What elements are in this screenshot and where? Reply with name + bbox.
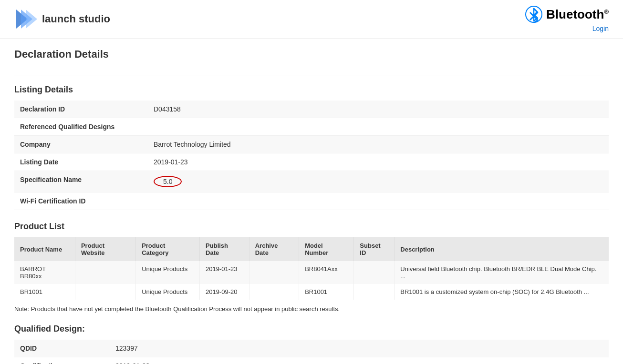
field-value: D043158 xyxy=(148,101,609,118)
field-value xyxy=(148,118,609,136)
publish-date: 2019-01-23 xyxy=(200,261,249,284)
page-title: Declaration Details xyxy=(14,48,609,65)
product-list-section: Product List Product Name Product Websit… xyxy=(14,222,609,313)
model-number: BR8041Axx xyxy=(299,261,354,284)
col-archive-date: Archive Date xyxy=(249,237,299,261)
qualified-table: QDID 123397 QualificationAssessmentDate … xyxy=(14,340,609,364)
field-value: 2019-01-23 xyxy=(148,153,609,171)
model-number: BR1001 xyxy=(299,284,354,300)
field-value: 123397 xyxy=(110,340,609,357)
table-row: Wi-Fi Certification ID xyxy=(14,192,609,210)
publish-date: 2019-09-20 xyxy=(200,284,249,300)
field-value xyxy=(148,192,609,210)
field-label: Specification Name xyxy=(14,171,148,192)
logo-area: launch studio xyxy=(14,8,110,30)
product-name: BARROT BR80xx xyxy=(14,261,75,284)
product-table: Product Name Product Website Product Cat… xyxy=(14,237,609,300)
product-website xyxy=(75,261,135,284)
product-list-note: Note: Products that have not yet complet… xyxy=(14,305,609,313)
header: launch studio Bluetooth® Login xyxy=(0,0,623,39)
listing-details-section: Listing Details Declaration ID D043158 R… xyxy=(14,85,609,210)
product-list-title: Product List xyxy=(14,222,609,232)
launch-studio-icon xyxy=(14,8,37,30)
login-button[interactable]: Login xyxy=(592,25,609,32)
field-value: 2019-01-23 xyxy=(110,357,609,364)
listing-details-title: Listing Details xyxy=(14,85,609,95)
table-row: QualificationAssessmentDate 2019-01-23 xyxy=(14,357,609,364)
product-website xyxy=(75,284,135,300)
table-header-row: Product Name Product Website Product Cat… xyxy=(14,237,609,261)
col-product-category: Product Category xyxy=(136,237,200,261)
logo-text: launch studio xyxy=(42,13,110,25)
col-publish-date: Publish Date xyxy=(200,237,249,261)
field-label: Wi-Fi Certification ID xyxy=(14,192,148,210)
field-label: QualificationAssessmentDate xyxy=(14,357,110,364)
svg-marker-2 xyxy=(26,10,37,29)
field-label: Declaration ID xyxy=(14,101,148,118)
col-model-number: Model Number xyxy=(299,237,354,261)
table-row: Referenced Qualified Designs xyxy=(14,118,609,136)
product-category: Unique Products xyxy=(136,284,200,300)
table-row: Company Barrot Technology Limited xyxy=(14,136,609,153)
listing-details-table: Declaration ID D043158 Referenced Qualif… xyxy=(14,101,609,210)
col-product-website: Product Website xyxy=(75,237,135,261)
main-content: Declaration Details Listing Details Decl… xyxy=(0,39,623,364)
description: BR1001 is a customized system on-chip (S… xyxy=(395,284,609,300)
field-label: Company xyxy=(14,136,148,153)
table-row: BARROT BR80xx Unique Products 2019-01-23… xyxy=(14,261,609,284)
field-label: Listing Date xyxy=(14,153,148,171)
table-row: QDID 123397 xyxy=(14,340,609,357)
description: Universal field Bluetooth chip. Bluetoot… xyxy=(395,261,609,284)
divider xyxy=(14,75,609,75)
field-value-spec: 5.0 xyxy=(148,171,609,192)
bluetooth-text: Bluetooth® xyxy=(546,7,609,22)
field-label: QDID xyxy=(14,340,110,357)
qualified-design-section: Qualified Design: QDID 123397 Qualificat… xyxy=(14,324,609,364)
archive-date xyxy=(249,261,299,284)
bluetooth-icon xyxy=(525,6,542,23)
spec-oval-highlight: 5.0 xyxy=(154,176,182,187)
subset-id xyxy=(354,261,395,284)
product-category: Unique Products xyxy=(136,261,200,284)
bluetooth-logo: Bluetooth® xyxy=(525,6,609,23)
table-row: Listing Date 2019-01-23 xyxy=(14,153,609,171)
field-value: Barrot Technology Limited xyxy=(148,136,609,153)
table-row: BR1001 Unique Products 2019-09-20 BR1001… xyxy=(14,284,609,300)
nav-area: Bluetooth® Login xyxy=(525,6,609,32)
field-label: Referenced Qualified Designs xyxy=(14,118,148,136)
col-subset-id: Subset ID xyxy=(354,237,395,261)
qualified-design-title: Qualified Design: xyxy=(14,324,609,334)
col-product-name: Product Name xyxy=(14,237,75,261)
subset-id xyxy=(354,284,395,300)
table-row: Specification Name 5.0 xyxy=(14,171,609,192)
col-description: Description xyxy=(395,237,609,261)
archive-date xyxy=(249,284,299,300)
table-row: Declaration ID D043158 xyxy=(14,101,609,118)
product-name: BR1001 xyxy=(14,284,75,300)
